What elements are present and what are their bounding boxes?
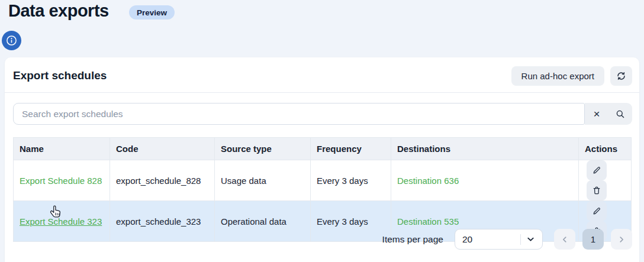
- schedule-name-link[interactable]: Export Schedule 828: [20, 176, 102, 186]
- items-per-page-value: 20: [462, 234, 520, 245]
- schedule-code: export_schedule_828: [110, 160, 215, 201]
- table-row: Export Schedule 828 export_schedule_828 …: [14, 160, 632, 201]
- schedule-frequency: Every 3 days: [311, 201, 391, 242]
- column-header-destinations: Destinations: [391, 138, 579, 160]
- panel-header-actions: Run ad-hoc export: [511, 66, 632, 86]
- search-input[interactable]: [13, 103, 585, 125]
- search-icon: [616, 109, 625, 119]
- schedule-frequency: Every 3 days: [311, 160, 391, 201]
- chevron-down-icon: [526, 235, 535, 244]
- preview-badge: Preview: [129, 5, 175, 20]
- destination-link[interactable]: Destination 636: [397, 176, 459, 186]
- trash-icon: [592, 186, 601, 195]
- schedule-code: export_schedule_323: [110, 201, 215, 242]
- select-divider: [520, 234, 521, 245]
- column-header-frequency: Frequency: [311, 138, 391, 160]
- data-exports-page: Data exports Preview Export schedules Ru…: [0, 0, 644, 262]
- next-page-button[interactable]: [611, 229, 632, 250]
- edit-button[interactable]: [587, 160, 607, 180]
- column-header-actions: Actions: [579, 138, 632, 160]
- search-suffix: ×: [585, 103, 632, 125]
- chevron-right-icon: [617, 235, 626, 244]
- clear-search-button[interactable]: ×: [585, 103, 608, 125]
- header-divider: [5, 92, 639, 93]
- search-button[interactable]: [608, 103, 632, 125]
- refresh-button[interactable]: [610, 66, 632, 86]
- run-adhoc-export-button[interactable]: Run ad-hoc export: [511, 66, 604, 86]
- previous-page-button[interactable]: [554, 229, 575, 250]
- column-header-code: Code: [110, 138, 215, 160]
- pagination: Items per page 20 1: [382, 229, 632, 250]
- page-1-button[interactable]: 1: [582, 229, 604, 250]
- column-header-name: Name: [14, 138, 110, 160]
- pencil-icon: [592, 166, 601, 175]
- pencil-icon: [592, 206, 601, 216]
- chevron-left-icon: [561, 235, 569, 244]
- edit-button[interactable]: [587, 201, 607, 221]
- schedule-source-type: Operational data: [215, 201, 311, 242]
- items-per-page-label: Items per page: [382, 234, 443, 245]
- delete-button[interactable]: [587, 180, 607, 200]
- export-schedules-table: Name Code Source type Frequency Destinat…: [13, 137, 632, 242]
- info-icon: [6, 35, 17, 46]
- column-header-source-type: Source type: [215, 138, 311, 160]
- page-title: Data exports: [8, 1, 109, 21]
- page-controls: 1: [547, 229, 632, 250]
- schedule-source-type: Usage data: [215, 160, 311, 201]
- panel-title: Export schedules: [13, 69, 107, 82]
- info-button[interactable]: [2, 31, 21, 50]
- schedule-name-link[interactable]: Export Schedule 323: [20, 216, 102, 227]
- destination-link[interactable]: Destination 535: [397, 216, 459, 227]
- items-per-page-select[interactable]: 20: [455, 229, 543, 250]
- table-header-row: Name Code Source type Frequency Destinat…: [14, 138, 632, 160]
- close-icon: ×: [593, 108, 600, 121]
- refresh-icon: [616, 71, 626, 81]
- search-bar: ×: [13, 103, 632, 125]
- export-schedules-card: Export schedules Run ad-hoc export: [5, 57, 639, 262]
